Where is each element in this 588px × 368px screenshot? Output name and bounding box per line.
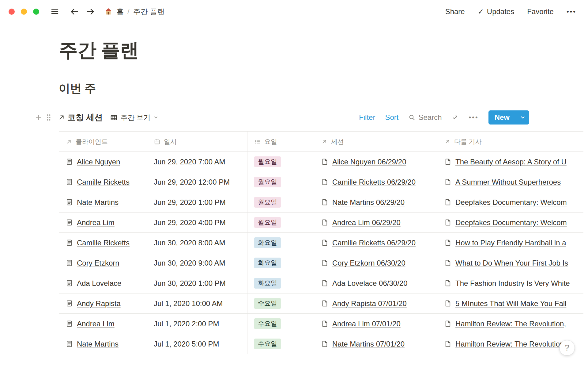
page-icon	[444, 198, 452, 206]
session-link[interactable]: Andy Rapista 07/01/20	[332, 299, 407, 308]
search-button[interactable]: Search	[408, 113, 442, 122]
table-header-row: 클라이언트 일시 요일 세션 다룰 기사	[59, 132, 583, 152]
datetime-cell[interactable]: Jun 29, 2020 1:00 PM	[147, 192, 247, 212]
zoom-window-button[interactable]	[33, 9, 39, 15]
more-options-icon[interactable]: •••	[567, 8, 576, 16]
table-row[interactable]: Andy Rapista Jul 1, 2020 10:00 AM 수요일 An…	[59, 293, 583, 314]
session-link[interactable]: Cory Etzkorn 06/30/20	[332, 259, 405, 267]
article-link[interactable]: How to Play Friendly Hardball in a	[455, 239, 566, 247]
datetime-cell[interactable]: Jul 1, 2020 2:00 PM	[147, 314, 247, 334]
day-cell[interactable]: 월요일	[247, 213, 314, 232]
day-cell[interactable]: 월요일	[247, 152, 314, 172]
table-row[interactable]: Camille Ricketts Jun 30, 2020 8:00 AM 화요…	[59, 233, 583, 253]
session-link[interactable]: Andrea Lim 06/29/20	[332, 218, 401, 227]
day-cell[interactable]: 월요일	[247, 192, 314, 212]
client-link[interactable]: Ada Lovelace	[77, 279, 121, 288]
favorite-button[interactable]: Favorite	[527, 7, 554, 16]
article-link[interactable]: What to Do When Your First Job Is	[455, 259, 568, 267]
help-button[interactable]: ?	[560, 340, 575, 355]
session-link[interactable]: Nate Martins 07/01/20	[332, 340, 405, 348]
column-header-session[interactable]: 세션	[314, 132, 437, 151]
column-header-article[interactable]: 다룰 기사	[437, 132, 583, 151]
column-header-day[interactable]: 요일	[247, 132, 314, 151]
filter-button[interactable]: Filter	[359, 113, 375, 122]
table-row[interactable]: Nate Martins Jul 1, 2020 5:00 PM 수요일 Nat…	[59, 334, 583, 354]
datetime-cell[interactable]: Jun 29, 2020 4:00 PM	[147, 213, 247, 232]
client-link[interactable]: Camille Ricketts	[77, 178, 130, 186]
updates-button[interactable]: ✓ Updates	[478, 7, 514, 16]
table-row[interactable]: Nate Martins Jun 29, 2020 1:00 PM 월요일 Na…	[59, 192, 583, 213]
table-row[interactable]: Alice Nguyen Jun 29, 2020 7:00 AM 월요일 Al…	[59, 152, 583, 172]
datetime-cell[interactable]: Jun 29, 2020 12:00 PM	[147, 172, 247, 192]
table-row[interactable]: Andrea Lim Jul 1, 2020 2:00 PM 수요일 Andre…	[59, 314, 583, 334]
article-link[interactable]: Hamilton Review: The Revolution,	[455, 320, 566, 328]
session-link[interactable]: Andrea Lim 07/01/20	[332, 320, 401, 328]
day-cell[interactable]: 월요일	[247, 172, 314, 192]
sidebar-toggle-icon[interactable]	[50, 7, 59, 16]
sort-button[interactable]: Sort	[385, 113, 398, 122]
back-arrow-icon[interactable]	[70, 7, 79, 16]
table-row[interactable]: Ada Lovelace Jun 30, 2020 1:00 PM 화요일 Ad…	[59, 273, 583, 293]
database-title[interactable]: 코칭 세션	[67, 112, 103, 123]
article-link[interactable]: The Fashion Industry Is Very White	[455, 279, 570, 288]
session-link[interactable]: Alice Nguyen 06/29/20	[332, 158, 406, 166]
day-cell[interactable]: 화요일	[247, 253, 314, 273]
day-cell[interactable]: 화요일	[247, 233, 314, 253]
client-link[interactable]: Cory Etzkorn	[77, 259, 119, 267]
table-row[interactable]: Camille Ricketts Jun 29, 2020 12:00 PM 월…	[59, 172, 583, 192]
day-tag: 월요일	[254, 177, 281, 187]
session-link[interactable]: Camille Ricketts 06/29/20	[332, 239, 416, 247]
close-window-button[interactable]	[9, 9, 15, 15]
new-button[interactable]: New	[488, 110, 529, 125]
datetime-cell[interactable]: Jun 30, 2020 1:00 PM	[147, 273, 247, 293]
client-link[interactable]: Nate Martins	[77, 198, 119, 207]
add-row-button[interactable]: +	[36, 112, 42, 123]
article-link[interactable]: 5 MInutes That Will Make You Fall	[455, 299, 566, 308]
document-text-icon	[66, 219, 73, 226]
datetime-cell[interactable]: Jul 1, 2020 10:00 AM	[147, 293, 247, 313]
article-link[interactable]: Hamilton Review: The Revolution,	[455, 340, 566, 348]
client-link[interactable]: Nate Martins	[77, 340, 119, 348]
article-link[interactable]: Deepfakes Documentary: Welcom	[455, 198, 567, 207]
session-link[interactable]: Camille Ricketts 06/29/20	[332, 178, 416, 186]
client-link[interactable]: Andrea Lim	[77, 320, 115, 328]
view-switcher[interactable]: 주간 보기	[110, 113, 158, 122]
client-cell: Camille Ricketts	[59, 172, 147, 192]
expand-icon[interactable]	[452, 114, 459, 121]
table-row[interactable]: Cory Etzkorn Jun 30, 2020 9:00 AM 화요일 Co…	[59, 253, 583, 273]
datetime-cell[interactable]: Jul 1, 2020 5:00 PM	[147, 334, 247, 354]
datetime-cell[interactable]: Jun 29, 2020 7:00 AM	[147, 152, 247, 172]
arrow-up-right-icon	[321, 138, 328, 145]
session-link[interactable]: Ada Lovelace 06/30/20	[332, 279, 408, 288]
view-name: 주간 보기	[120, 113, 150, 122]
client-link[interactable]: Camille Ricketts	[77, 239, 130, 247]
forward-arrow-icon[interactable]	[86, 7, 95, 16]
datetime-cell[interactable]: Jun 30, 2020 8:00 AM	[147, 233, 247, 253]
page-icon	[321, 219, 329, 226]
minimize-window-button[interactable]	[21, 9, 27, 15]
article-link[interactable]: A Summer Without Superheroes	[455, 178, 561, 186]
client-link[interactable]: Andy Rapista	[77, 299, 121, 308]
article-link[interactable]: The Beauty of Aesop: A Story of U	[455, 158, 567, 166]
client-link[interactable]: Andrea Lim	[77, 218, 115, 227]
day-tag: 수요일	[254, 318, 281, 329]
view-options-icon[interactable]: •••	[469, 113, 479, 121]
column-header-datetime[interactable]: 일시	[147, 132, 247, 151]
article-link[interactable]: Deepfakes Documentary: Welcom	[455, 218, 567, 227]
table-row[interactable]: Andrea Lim Jun 29, 2020 4:00 PM 월요일 Andr…	[59, 213, 583, 233]
column-header-client[interactable]: 클라이언트	[59, 132, 147, 151]
session-link[interactable]: Nate Martins 06/29/20	[332, 198, 405, 207]
datetime-cell[interactable]: Jun 30, 2020 9:00 AM	[147, 253, 247, 273]
breadcrumb-home[interactable]: 홈	[116, 7, 124, 17]
day-cell[interactable]: 수요일	[247, 293, 314, 313]
article-cell: A Summer Without Superheroes	[437, 172, 583, 192]
client-link[interactable]: Alice Nguyen	[77, 158, 120, 166]
day-cell[interactable]: 화요일	[247, 273, 314, 293]
new-button-dropdown[interactable]	[516, 110, 529, 125]
share-button[interactable]: Share	[445, 7, 465, 16]
day-tag: 화요일	[254, 258, 281, 268]
breadcrumb-current[interactable]: 주간 플랜	[133, 7, 165, 17]
day-cell[interactable]: 수요일	[247, 334, 314, 354]
drag-handle-icon[interactable]	[46, 113, 51, 122]
day-cell[interactable]: 수요일	[247, 314, 314, 334]
